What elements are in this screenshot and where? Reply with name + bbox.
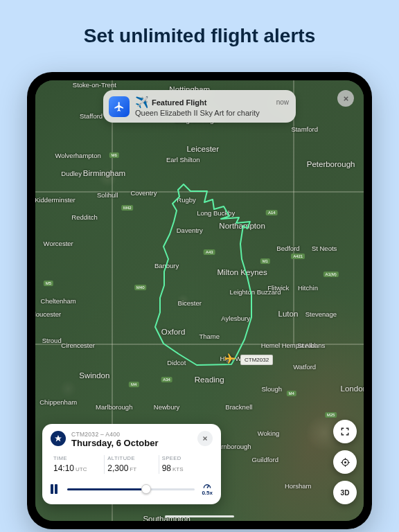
notification-title: Featured Flight: [152, 98, 206, 107]
city-label: Gloucester: [35, 310, 61, 318]
city-label: Coventry: [130, 189, 157, 197]
speed-value: 98: [162, 463, 171, 473]
playback-controls: 0.5x: [51, 482, 213, 496]
app-screen: Stoke-on-TrentNottinghamDerbyStaffordLou…: [35, 80, 364, 521]
city-label: Chippenham: [39, 398, 77, 406]
map-controls: 3D: [333, 420, 357, 504]
3d-toggle-button[interactable]: 3D: [333, 481, 357, 504]
road-badge: M42: [121, 205, 134, 211]
city-label: Stevenage: [305, 310, 337, 318]
city-label: Birmingham: [83, 169, 125, 177]
city-label: Watford: [293, 363, 316, 371]
road-badge: M4: [129, 382, 139, 387]
city-label: Stoke-on-Trent: [73, 81, 116, 89]
city-label: Banbury: [154, 262, 179, 269]
city-label: Woking: [258, 429, 280, 436]
city-label: Bedford: [276, 244, 299, 251]
city-label: Wolverhampton: [55, 152, 100, 159]
city-label: Leighton Buzzard: [230, 288, 281, 296]
city-label: Horsham: [285, 482, 312, 490]
notification-message: Queen Elizabeth II Sky Art for charity: [135, 109, 289, 117]
svg-point-1: [344, 461, 346, 463]
card-close-button[interactable]: [197, 431, 213, 446]
city-label: Daventry: [177, 227, 203, 234]
notification-emoji: ✈️: [135, 96, 149, 109]
road-badge: A421: [291, 254, 305, 259]
device-frame: Stoke-on-TrentNottinghamDerbyStaffordLou…: [27, 72, 372, 529]
road-badge: M25: [325, 412, 337, 418]
road-badge: M5: [44, 281, 53, 286]
city-label: Reading: [195, 375, 224, 384]
speed-label: SPEED: [162, 455, 210, 461]
city-label: Bicester: [178, 299, 202, 307]
time-label: TIME: [53, 455, 101, 461]
city-label: Leicester: [186, 145, 219, 153]
fullscreen-button[interactable]: [333, 420, 357, 443]
playback-speed-button[interactable]: 0.5x: [202, 482, 213, 496]
city-label: Slough: [261, 385, 282, 393]
city-label: Cheltenham: [41, 297, 76, 305]
city-label: Thame: [199, 332, 220, 339]
city-label: Oxford: [161, 328, 186, 336]
city-label: Stamford: [291, 125, 318, 132]
city-label: Aylesbury: [221, 314, 250, 322]
city-label: Stafford: [80, 112, 103, 119]
city-label: Northampton: [219, 222, 265, 230]
flight-callsign: CTM2032 – A400: [71, 431, 192, 438]
road-badge: A14: [266, 210, 278, 215]
city-label: Milton Keynes: [217, 268, 267, 276]
city-label: Swindon: [79, 371, 109, 380]
city-label: Guildford: [252, 455, 279, 463]
road-badge: M40: [134, 285, 147, 290]
road-badge: A1(M): [323, 272, 338, 277]
city-label: Marlborough: [96, 402, 132, 410]
road-badge: A43: [204, 249, 215, 255]
city-label: Flitwick: [267, 283, 289, 291]
road-badge: M1: [260, 258, 270, 264]
notification-time: now: [276, 98, 289, 106]
timeline-slider[interactable]: [67, 488, 195, 490]
brand-icon: [51, 431, 66, 446]
pause-button[interactable]: [51, 484, 60, 494]
home-indicator: [165, 515, 234, 518]
city-label: Earl Shilton: [166, 156, 200, 163]
city-label: Long Buckby: [197, 209, 235, 216]
city-label: Worcester: [44, 240, 73, 247]
city-label: Luton: [278, 310, 299, 318]
time-value: 14:10: [53, 463, 74, 473]
altitude-label: ALTITUDE: [107, 455, 155, 461]
marketing-headline: Set unlimited flight alerts: [0, 0, 399, 62]
city-label: London: [341, 384, 364, 393]
app-icon: [109, 96, 130, 117]
city-label: Didcot: [167, 359, 186, 366]
city-label: Newbury: [154, 402, 180, 410]
city-label: Rugby: [177, 195, 195, 203]
flight-stats: TIME 14:10UTC ALTITUDE 2,300FT SPEED 98K…: [51, 455, 213, 474]
recenter-button[interactable]: [333, 450, 357, 474]
city-label: Redditch: [71, 213, 98, 221]
road-badge: M4: [287, 391, 296, 396]
city-label: Kidderminster: [35, 195, 76, 203]
aircraft-icon[interactable]: [221, 353, 236, 365]
notification-body: ✈️ Featured Flight now Queen Elizabeth I…: [135, 96, 289, 117]
flight-date: Thursday, 6 October: [71, 438, 192, 448]
city-label: Bracknell: [225, 402, 252, 410]
city-label: Hitchin: [298, 283, 318, 291]
flight-info-card: CTM2032 – A400 Thursday, 6 October TIME …: [42, 424, 221, 504]
close-notification-button[interactable]: [337, 90, 354, 107]
notification-banner[interactable]: ✈️ Featured Flight now Queen Elizabeth I…: [103, 90, 296, 123]
city-label: St Neots: [312, 244, 337, 251]
city-label: Peterborough: [307, 160, 355, 168]
flight-label-tag[interactable]: CTM2032: [240, 355, 273, 365]
road-badge: A34: [161, 377, 172, 382]
altitude-value: 2,300: [107, 463, 128, 473]
road-badge: M6: [109, 152, 119, 158]
city-label: Dudley: [61, 169, 82, 177]
